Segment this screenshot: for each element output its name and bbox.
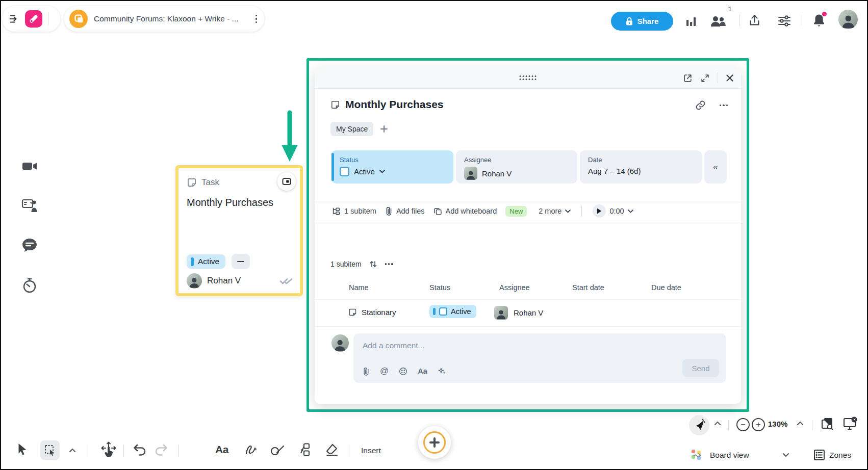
notifications-bell-icon[interactable] bbox=[812, 13, 826, 28]
tool-expand-chevron[interactable] bbox=[69, 448, 76, 453]
ai-sparkle-icon[interactable] bbox=[438, 367, 446, 376]
space-tag[interactable]: My Space bbox=[330, 122, 373, 136]
sidebar-toggle-icon[interactable] bbox=[8, 13, 19, 24]
plus-icon bbox=[423, 431, 446, 454]
connector-tool-icon[interactable] bbox=[297, 442, 312, 457]
date-field-value: Aug 7 – 14 (6d) bbox=[588, 167, 641, 175]
chevron-down-icon bbox=[565, 210, 571, 213]
emoji-icon[interactable] bbox=[399, 367, 407, 376]
zoom-in-button[interactable]: + bbox=[752, 418, 765, 431]
date-field[interactable]: Date Aug 7 – 14 (6d) bbox=[580, 150, 702, 184]
comment-user-avatar bbox=[331, 334, 349, 352]
topbar-divider bbox=[739, 15, 739, 26]
status-field[interactable]: Status Active bbox=[331, 150, 453, 184]
settings-sliders-icon[interactable] bbox=[777, 14, 792, 28]
presentation-icon[interactable] bbox=[21, 198, 38, 213]
double-check-icon bbox=[279, 277, 293, 285]
complete-checkbox[interactable] bbox=[340, 167, 349, 176]
add-whiteboard-action[interactable]: Add whiteboard bbox=[433, 207, 497, 216]
subitems-count: 1 subitem bbox=[330, 260, 362, 268]
notification-dot bbox=[822, 12, 827, 16]
klaxoon-logo[interactable] bbox=[25, 10, 42, 28]
subitem-assignee-avatar bbox=[494, 306, 508, 320]
collapse-fields-button[interactable]: « bbox=[704, 150, 727, 184]
view-mode-chevron[interactable] bbox=[782, 453, 789, 457]
display-settings-icon[interactable] bbox=[843, 416, 858, 431]
close-icon[interactable] bbox=[726, 74, 734, 82]
zones-icon[interactable] bbox=[813, 449, 826, 461]
more-actions-dropdown[interactable]: 2 more bbox=[539, 207, 571, 215]
sort-icon[interactable] bbox=[369, 260, 377, 268]
pointer-options-chevron[interactable] bbox=[714, 421, 721, 426]
status-field-value: Active bbox=[354, 167, 375, 176]
pen-tool-icon[interactable] bbox=[244, 442, 259, 457]
add-files-action[interactable]: Add files bbox=[385, 206, 425, 216]
link-icon[interactable] bbox=[695, 100, 706, 111]
video-call-icon[interactable] bbox=[21, 159, 38, 173]
redo-icon[interactable] bbox=[154, 443, 168, 457]
eraser-tool-icon[interactable] bbox=[324, 442, 339, 457]
mention-icon[interactable]: @ bbox=[380, 366, 389, 376]
subitem-status-badge[interactable]: Active bbox=[429, 305, 476, 318]
column-header-start-date[interactable]: Start date bbox=[572, 283, 604, 292]
view-mode-label[interactable]: Board view bbox=[710, 451, 749, 460]
topbar-divider bbox=[802, 15, 802, 26]
participants-icon[interactable] bbox=[710, 14, 726, 29]
share-button[interactable]: Share bbox=[611, 12, 673, 31]
insert-label[interactable]: Insert bbox=[361, 446, 381, 455]
add-tag-plus-icon[interactable] bbox=[380, 125, 388, 133]
status-bar-icon bbox=[331, 153, 334, 181]
timer-icon[interactable] bbox=[21, 277, 38, 294]
more-options-icon[interactable] bbox=[720, 105, 728, 106]
sticky-note-task[interactable]: Task Monthly Purchases Active Rohan V bbox=[175, 165, 303, 296]
attach-icon[interactable] bbox=[363, 367, 370, 376]
collapse-subitems-button[interactable] bbox=[232, 254, 250, 269]
user-avatar[interactable] bbox=[838, 10, 858, 29]
add-content-button[interactable] bbox=[418, 426, 451, 459]
expand-icon[interactable] bbox=[700, 73, 710, 83]
new-feature-badge: New bbox=[505, 206, 527, 217]
column-header-due-date[interactable]: Due date bbox=[651, 283, 681, 292]
shapes-tool-icon[interactable] bbox=[270, 442, 285, 457]
open-widget-button[interactable] bbox=[277, 172, 296, 191]
sticky-type-label: Task bbox=[201, 177, 219, 188]
time-tracker[interactable]: 0:00 bbox=[593, 204, 633, 218]
pan-tool-icon[interactable] bbox=[101, 441, 116, 458]
subitem-status-label: Active bbox=[451, 307, 471, 316]
zoom-out-button[interactable]: − bbox=[736, 418, 750, 431]
status-bar-icon bbox=[191, 257, 194, 266]
open-in-new-icon[interactable] bbox=[683, 73, 693, 83]
column-header-assignee[interactable]: Assignee bbox=[499, 283, 530, 292]
board-menu-kebab-icon[interactable] bbox=[256, 15, 257, 23]
text-tool[interactable]: Aa bbox=[215, 443, 228, 456]
subitem-action[interactable]: 1 subitem bbox=[331, 206, 376, 216]
column-header-status[interactable]: Status bbox=[429, 283, 450, 292]
undo-icon[interactable] bbox=[133, 443, 147, 457]
selection-tool-active[interactable] bbox=[40, 440, 60, 460]
board-icon bbox=[69, 10, 88, 28]
zones-label[interactable]: Zones bbox=[829, 451, 851, 460]
text-format-icon[interactable]: Aa bbox=[418, 367, 427, 375]
task-doc-icon bbox=[330, 100, 340, 110]
play-button[interactable] bbox=[593, 204, 606, 218]
sticky-status-badge[interactable]: Active bbox=[187, 254, 225, 269]
zoom-options-chevron[interactable] bbox=[797, 421, 804, 426]
activity-chart-icon[interactable] bbox=[684, 15, 698, 28]
find-frames-icon[interactable] bbox=[820, 416, 835, 431]
board-title-pill[interactable]: Community Forums: Klaxoon + Wrike - ... bbox=[64, 6, 264, 32]
export-icon[interactable] bbox=[748, 13, 761, 28]
assignee-field[interactable]: Assignee Rohan V bbox=[456, 150, 577, 184]
subitem-checkbox[interactable] bbox=[439, 307, 447, 316]
column-header-name[interactable]: Name bbox=[349, 283, 369, 292]
send-comment-button[interactable]: Send bbox=[682, 359, 719, 377]
subitem-assignee-name: Rohan V bbox=[514, 308, 543, 317]
topbar-divider bbox=[48, 12, 48, 25]
zoom-level[interactable]: 130% bbox=[768, 420, 787, 428]
task-detail-panel: Monthly Purchases My Space Status Active bbox=[315, 67, 741, 404]
comment-input[interactable]: Add a comment... @ Aa Send bbox=[353, 333, 726, 383]
cursor-tool-icon[interactable] bbox=[16, 442, 29, 457]
subitems-menu-icon[interactable] bbox=[385, 263, 393, 265]
chat-icon[interactable] bbox=[21, 238, 38, 253]
drag-handle[interactable] bbox=[520, 75, 537, 80]
laser-pointer-tool[interactable] bbox=[689, 415, 709, 435]
